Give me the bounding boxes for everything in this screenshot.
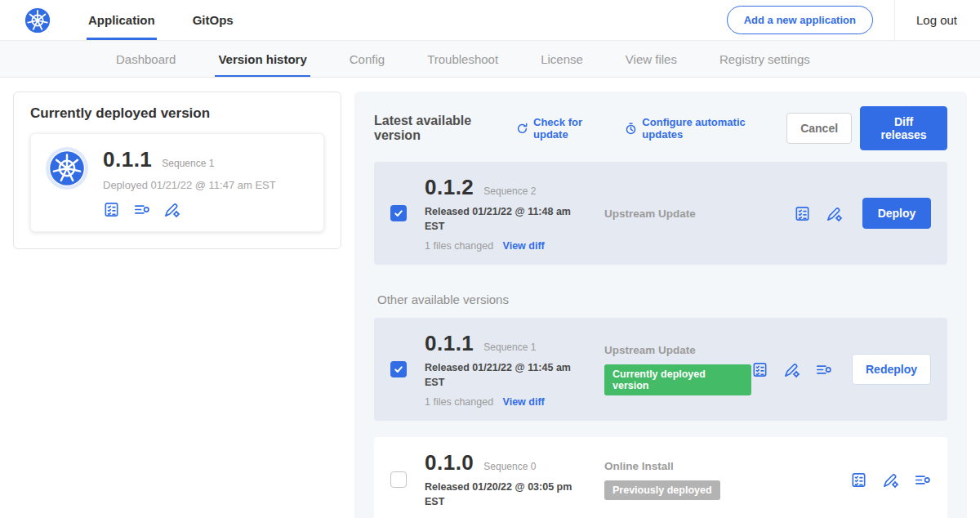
app-avatar	[49, 150, 85, 186]
check-for-update-label: Check for update	[533, 116, 607, 141]
logout-link[interactable]: Log out	[894, 0, 957, 40]
subnav-tab-dashboard[interactable]: Dashboard	[95, 41, 197, 77]
release-notes-icon[interactable]	[103, 201, 120, 218]
file-diff-icon[interactable]	[815, 361, 832, 378]
version-row-0-1-1: 0.1.1 Sequence 1 Released 01/21/22 @ 11:…	[374, 318, 947, 421]
files-changed-label: 1 files changed	[425, 396, 493, 408]
version-sequence: Sequence 1	[483, 342, 536, 353]
deployed-actions	[103, 201, 276, 218]
configure-automatic-updates-label: Configure automatic updates	[642, 116, 768, 141]
version-row-0-1-0: 0.1.0 Sequence 0 Released 01/20/22 @ 03:…	[374, 437, 947, 518]
version-actions: Deploy	[794, 198, 931, 229]
version-sequence: Sequence 0	[483, 461, 536, 472]
version-info: 0.1.2 Sequence 2 Released 01/21/22 @ 11:…	[425, 175, 595, 252]
version-info: 0.1.0 Sequence 0 Released 01/20/22 @ 03:…	[425, 450, 595, 509]
files-changed-label: 1 files changed	[425, 240, 493, 252]
panel-header: Latest available version Check for updat…	[374, 106, 947, 150]
subnav-tab-troubleshoot[interactable]: Troubleshoot	[406, 41, 519, 77]
topnav-tab-application[interactable]: Application	[87, 0, 157, 40]
refresh-icon	[516, 123, 528, 135]
version-source: Online Install Previously deployed	[595, 460, 850, 500]
checkmark-icon	[394, 364, 403, 374]
topnav-tabs: Application GitOps	[87, 0, 270, 40]
released-timestamp: Released 01/21/22 @ 11:45 am EST	[425, 361, 576, 390]
redeploy-button[interactable]: Redeploy	[852, 354, 931, 385]
version-actions	[850, 471, 931, 489]
subnav: Dashboard Version history Config Trouble…	[0, 41, 980, 78]
version-info: 0.1.1 Sequence 1 Released 01/21/22 @ 11:…	[425, 331, 595, 408]
kubernetes-logo	[24, 7, 51, 33]
source-label: Upstream Update	[604, 208, 794, 220]
subnav-tab-view-files[interactable]: View files	[604, 41, 698, 77]
view-diff-link[interactable]: View diff	[503, 396, 545, 408]
config-icon[interactable]	[882, 471, 899, 489]
other-versions-label: Other available versions	[377, 292, 944, 306]
deployed-version-card: 0.1.1 Sequence 1 Deployed 01/21/22 @ 11:…	[30, 133, 324, 232]
version-sequence: Sequence 2	[483, 185, 536, 197]
currently-deployed-card: Currently deployed version 0.1.1 Sequenc…	[13, 92, 341, 249]
release-notes-icon[interactable]	[850, 471, 867, 489]
deployed-version-details: 0.1.1 Sequence 1 Deployed 01/21/22 @ 11:…	[103, 147, 276, 218]
version-number: 0.1.1	[425, 331, 474, 356]
topnav-tab-gitops[interactable]: GitOps	[191, 0, 235, 40]
released-timestamp: Released 01/20/22 @ 03:05 pm EST	[425, 480, 576, 509]
config-icon[interactable]	[163, 201, 180, 218]
source-label: Upstream Update	[604, 344, 751, 356]
config-icon[interactable]	[826, 205, 843, 222]
top-navbar: Application GitOps Add a new application…	[0, 0, 980, 41]
version-number: 0.1.2	[425, 175, 474, 200]
deploy-button[interactable]: Deploy	[862, 198, 931, 229]
file-diff-icon[interactable]	[914, 471, 931, 489]
config-icon[interactable]	[783, 361, 800, 378]
kubernetes-helm-icon	[24, 7, 51, 33]
main-content: Currently deployed version 0.1.1 Sequenc…	[0, 78, 980, 518]
file-diff-icon[interactable]	[133, 201, 150, 218]
version-source: Upstream Update	[595, 208, 794, 220]
version-actions: Redeploy	[751, 354, 931, 385]
version-checkbox[interactable]	[390, 361, 407, 377]
clock-icon	[625, 123, 637, 135]
topnav-right: Add a new application Log out	[727, 0, 957, 40]
release-notes-icon[interactable]	[794, 205, 811, 222]
configure-automatic-updates-link[interactable]: Configure automatic updates	[625, 116, 768, 141]
files-changed-row: 1 files changed View diff	[425, 240, 595, 252]
deployed-version-number: 0.1.1	[103, 147, 152, 172]
version-checkbox[interactable]	[390, 205, 407, 221]
deployed-sequence-label: Sequence 1	[162, 158, 214, 169]
released-timestamp: Released 01/21/22 @ 11:48 am EST	[425, 205, 576, 234]
kubernetes-helm-icon	[49, 150, 85, 186]
version-source: Upstream Update Currently deployed versi…	[595, 344, 751, 395]
view-diff-link[interactable]: View diff	[503, 240, 545, 252]
checkmark-icon	[394, 208, 403, 218]
diff-releases-button[interactable]: Diff releases	[860, 106, 947, 150]
source-label: Online Install	[604, 460, 850, 472]
subnav-tab-version-history[interactable]: Version history	[197, 41, 327, 77]
cancel-button[interactable]: Cancel	[786, 113, 852, 144]
subnav-tab-config[interactable]: Config	[328, 41, 406, 77]
version-number: 0.1.0	[425, 450, 474, 476]
files-changed-row: 1 files changed View diff	[425, 396, 595, 408]
version-history-panel: Latest available version Check for updat…	[354, 92, 967, 518]
currently-deployed-badge: Currently deployed version	[604, 364, 751, 395]
subnav-tab-registry-settings[interactable]: Registry settings	[698, 41, 831, 77]
subnav-tab-license[interactable]: License	[519, 41, 604, 77]
latest-available-title: Latest available version	[374, 114, 503, 143]
deployed-card-title: Currently deployed version	[30, 105, 324, 122]
release-notes-icon[interactable]	[751, 361, 768, 378]
previously-deployed-badge: Previously deployed	[604, 480, 720, 500]
check-for-update-link[interactable]: Check for update	[516, 116, 607, 141]
version-row-0-1-2: 0.1.2 Sequence 2 Released 01/21/22 @ 11:…	[374, 162, 947, 265]
version-checkbox[interactable]	[390, 471, 407, 488]
add-new-application-button[interactable]: Add a new application	[727, 6, 873, 34]
deployed-timestamp: Deployed 01/21/22 @ 11:47 am EST	[103, 179, 276, 191]
